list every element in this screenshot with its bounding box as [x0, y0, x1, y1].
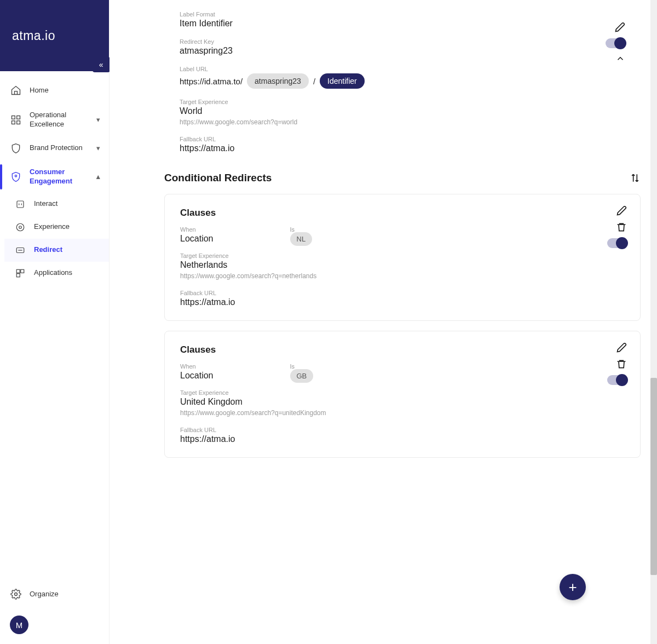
collapse-sidebar-button[interactable]: « [93, 57, 110, 72]
redirect-icon [14, 244, 26, 256]
clause-card-nl: Clauses When Location Is NL Target Exper… [164, 194, 641, 321]
sidebar-item-applications[interactable]: Applications [4, 262, 109, 285]
gear-icon [10, 588, 22, 600]
add-clause-fab[interactable]: + [560, 574, 586, 600]
clause-condition-row: When Location Is GB [180, 363, 625, 381]
field-value: World [180, 106, 625, 116]
sidebar-item-redirect[interactable]: Redirect [4, 239, 109, 262]
svg-rect-3 [17, 121, 20, 124]
apps-icon [14, 267, 26, 279]
svg-point-7 [19, 226, 22, 228]
field-label: When [180, 363, 214, 370]
main-content: Label Format Item Identifier Redirect Ke… [110, 0, 657, 644]
sidebar-item-organize[interactable]: Organize [10, 580, 99, 608]
card-actions [607, 205, 627, 248]
edit-button[interactable] [616, 205, 627, 216]
sidebar-item-label: Home [30, 86, 100, 95]
sidebar-item-brand-protection[interactable]: Brand Protection ▾ [0, 136, 109, 161]
label-url-row: https://id.atma.to/ atmaspring23 / Ident… [180, 73, 625, 89]
url-base: https://id.atma.to/ [180, 77, 243, 86]
sidebar: atma.io « Home Operational Excellence ▾ [0, 0, 110, 644]
sidebar-item-label: Interact [34, 199, 100, 209]
sidebar-footer: Organize M [0, 571, 109, 644]
field-label: Target Experience [180, 99, 625, 105]
svg-rect-0 [12, 116, 15, 119]
sidebar-item-home[interactable]: Home [0, 77, 109, 104]
delete-button[interactable] [616, 359, 627, 370]
enable-toggle[interactable] [607, 375, 627, 385]
enable-toggle[interactable] [607, 238, 627, 248]
field-label: Fallback URL [180, 136, 625, 142]
delete-button[interactable] [616, 222, 627, 233]
sidebar-item-label: Organize [30, 590, 90, 599]
chevron-up-icon: ▴ [96, 173, 100, 181]
sidebar-item-label: Brand Protection [30, 143, 89, 153]
field-value: United Kingdom [180, 397, 625, 407]
field-label: Label URL [180, 66, 625, 72]
field-value: Location [180, 371, 214, 381]
card-actions [606, 22, 625, 64]
svg-rect-1 [17, 116, 20, 119]
chevron-down-icon: ▾ [96, 116, 100, 124]
card-actions [607, 342, 627, 385]
svg-rect-11 [16, 273, 20, 277]
field-label: Label Format [180, 11, 625, 18]
sidebar-item-consumer-engagement[interactable]: Consumer Engagement ▴ [0, 161, 109, 193]
edit-button[interactable] [616, 342, 627, 353]
sidebar-item-operational-excellence[interactable]: Operational Excellence ▾ [0, 104, 109, 136]
reorder-button[interactable] [630, 173, 641, 183]
field-label: Redirect Key [180, 38, 625, 45]
svg-point-4 [15, 175, 16, 176]
sidebar-item-label: Consumer Engagement [30, 168, 89, 186]
avatar-initial: M [16, 620, 23, 630]
sidebar-item-experience[interactable]: Experience [4, 216, 109, 239]
dashboard-icon [10, 114, 22, 126]
consumer-icon [10, 171, 22, 183]
sidebar-item-label: Redirect [34, 245, 100, 255]
field-value: Netherlands [180, 260, 625, 270]
field-sub: https://www.google.com/search?q=world [180, 118, 625, 126]
field-value: https://atma.io [180, 143, 625, 153]
svg-point-6 [16, 223, 24, 231]
field-value: https://atma.io [180, 297, 625, 307]
field-label: Target Experience [180, 252, 625, 259]
field-label: Fallback URL [180, 427, 625, 433]
brand-name: atma.io [12, 28, 55, 43]
svg-rect-2 [12, 121, 15, 124]
sidebar-item-interact[interactable]: Interact [4, 193, 109, 216]
sidebar-nav: Home Operational Excellence ▾ Brand Prot… [0, 71, 109, 571]
section-title-row: Conditional Redirects [164, 172, 641, 184]
field-label: Target Experience [180, 389, 625, 396]
chevron-down-icon: ▾ [96, 144, 100, 152]
plus-icon: + [568, 579, 577, 596]
field-value: https://atma.io [180, 434, 625, 444]
url-key-chip: atmaspring23 [247, 73, 309, 89]
svg-rect-5 [17, 201, 24, 208]
country-chip: NL [290, 232, 313, 246]
clause-card-gb: Clauses When Location Is GB Target Exper… [164, 331, 641, 458]
field-value: Location [180, 234, 214, 244]
country-chip: GB [290, 369, 314, 383]
card-title: Clauses [180, 344, 625, 355]
field-sub: https://www.google.com/search?q=netherla… [180, 272, 625, 280]
svg-rect-10 [21, 269, 24, 273]
shield-icon [10, 142, 22, 154]
interact-icon [14, 198, 26, 210]
card-title: Clauses [180, 208, 625, 219]
url-identifier-chip: Identifier [320, 73, 365, 89]
field-value: atmaspring23 [180, 46, 625, 56]
section-title: Conditional Redirects [164, 172, 272, 184]
user-avatar[interactable]: M [10, 616, 28, 634]
enable-toggle[interactable] [606, 38, 625, 48]
chevron-double-left-icon: « [99, 60, 103, 69]
scrollbar-thumb[interactable] [650, 378, 657, 575]
slash: / [313, 77, 315, 86]
collapse-card-button[interactable] [615, 54, 625, 64]
field-label: Fallback URL [180, 290, 625, 296]
home-icon [10, 84, 22, 96]
scrollbar-track[interactable] [650, 0, 657, 644]
field-sub: https://www.google.com/search?q=unitedKi… [180, 409, 625, 417]
sidebar-item-label: Experience [34, 222, 100, 232]
edit-button[interactable] [614, 22, 625, 33]
svg-rect-9 [16, 269, 20, 273]
